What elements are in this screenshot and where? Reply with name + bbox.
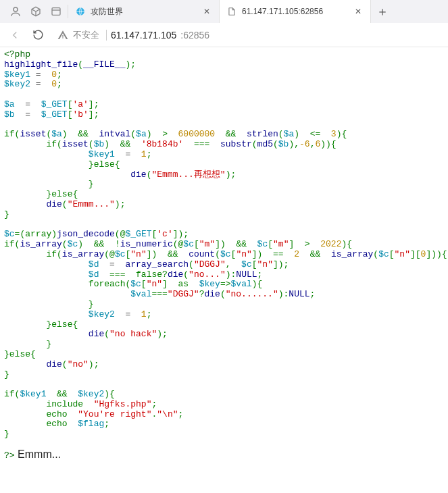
tab-1-title: 攻防世界 (91, 6, 123, 18)
script-output: Emmm... (15, 448, 61, 460)
tab-1-close[interactable]: ✕ (201, 7, 212, 16)
url-host: 61.147.171.105 (111, 30, 176, 41)
window-icons (4, 4, 68, 19)
divider (106, 30, 107, 41)
address-bar: 不安全 61.147.171.105:62856 (0, 23, 448, 47)
new-tab-button[interactable]: ＋ (372, 1, 393, 22)
tab-2-title: 61.147.171.105:62856 (242, 7, 323, 16)
tab-1[interactable]: 攻防世界 ✕ (68, 0, 220, 23)
address-field[interactable]: 不安全 61.147.171.105:62856 (51, 26, 443, 45)
insecure-label: 不安全 (73, 29, 102, 41)
tab-bar: 攻防世界 ✕ 61.147.171.105:62856 ✕ ＋ (0, 0, 448, 23)
svg-point-0 (14, 7, 18, 11)
cube-icon[interactable] (28, 4, 43, 19)
warning-icon (57, 29, 69, 41)
php-source: <?php highlight_file(__FILE__); $key1 = … (4, 50, 444, 461)
refresh-button[interactable] (28, 26, 47, 45)
tab-2[interactable]: 61.147.171.105:62856 ✕ (220, 0, 371, 23)
svg-rect-1 (52, 8, 60, 16)
profile-icon[interactable] (8, 4, 23, 19)
url-port: :62856 (180, 30, 209, 41)
window-icon[interactable] (49, 4, 64, 19)
back-button[interactable] (5, 26, 24, 45)
tab-2-close[interactable]: ✕ (353, 7, 364, 16)
page-icon (226, 6, 237, 17)
globe-blue-icon (75, 6, 86, 17)
page-viewport: <?php highlight_file(__FILE__); $key1 = … (0, 47, 448, 493)
